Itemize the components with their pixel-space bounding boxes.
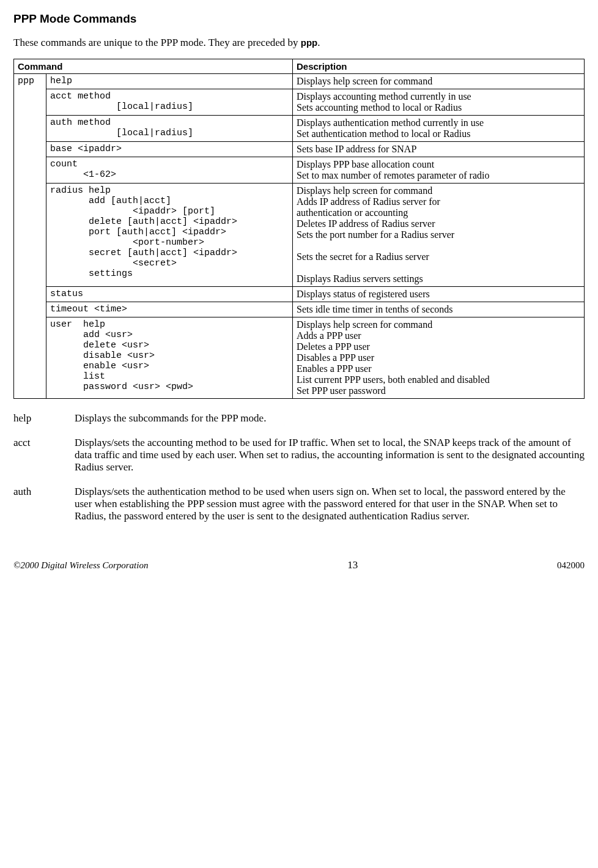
definition-text: Displays the subcommands for the PPP mod… <box>75 412 585 425</box>
th-description: Description <box>293 59 585 74</box>
th-command: Command <box>14 59 293 74</box>
desc-cell: Sets base IP address for SNAP <box>293 142 585 157</box>
intro-text-1: These commands are unique to the PPP mod… <box>13 37 301 48</box>
definition-term: auth <box>13 486 75 522</box>
desc-cell: Displays status of registered users <box>293 287 585 302</box>
cmd-prefix-cell: ppp <box>14 74 46 399</box>
footer-doc-id: 042000 <box>557 560 585 571</box>
page-footer: ©2000 Digital Wireless Corporation 13 04… <box>13 559 585 571</box>
definition-row: authDisplays/sets the authentication met… <box>13 486 585 522</box>
cmd-cell: timeout <time> <box>46 302 293 317</box>
definition-term: help <box>13 412 75 425</box>
desc-cell: Displays accounting method currently in … <box>293 89 585 116</box>
definition-text: Displays/sets the authentication method … <box>75 486 585 522</box>
intro-bold: ppp <box>301 37 318 48</box>
desc-cell: Displays help screen for command Adds IP… <box>293 184 585 287</box>
desc-cell: Displays authentication method currently… <box>293 116 585 142</box>
command-table: Command Description ppphelpDisplays help… <box>13 59 585 399</box>
section-heading: PPP Mode Commands <box>13 12 585 26</box>
cmd-cell: radius help add [auth|acct] <ipaddr> [po… <box>46 184 293 287</box>
desc-cell: Sets idle time timer in tenths of second… <box>293 302 585 317</box>
definition-term: acct <box>13 437 75 473</box>
definition-row: helpDisplays the subcommands for the PPP… <box>13 412 585 425</box>
definition-row: acctDisplays/sets the accounting method … <box>13 437 585 473</box>
desc-cell: Displays help screen for command Adds a … <box>293 317 585 399</box>
intro-text-2: . <box>317 37 320 48</box>
cmd-cell: user help add <usr> delete <usr> disable… <box>46 317 293 399</box>
desc-cell: Displays help screen for command <box>293 74 585 89</box>
cmd-cell: count <1-62> <box>46 157 293 184</box>
definition-text: Displays/sets the accounting method to b… <box>75 437 585 473</box>
footer-page-number: 13 <box>347 559 358 571</box>
cmd-cell: status <box>46 287 293 302</box>
definitions-block: helpDisplays the subcommands for the PPP… <box>13 412 585 522</box>
desc-cell: Displays PPP base allocation count Set t… <box>293 157 585 184</box>
cmd-cell: help <box>46 74 293 89</box>
intro-paragraph: These commands are unique to the PPP mod… <box>13 37 585 49</box>
cmd-cell: base <ipaddr> <box>46 142 293 157</box>
footer-copyright: ©2000 Digital Wireless Corporation <box>13 560 148 571</box>
cmd-cell: acct method [local|radius] <box>46 89 293 116</box>
cmd-cell: auth method [local|radius] <box>46 116 293 142</box>
